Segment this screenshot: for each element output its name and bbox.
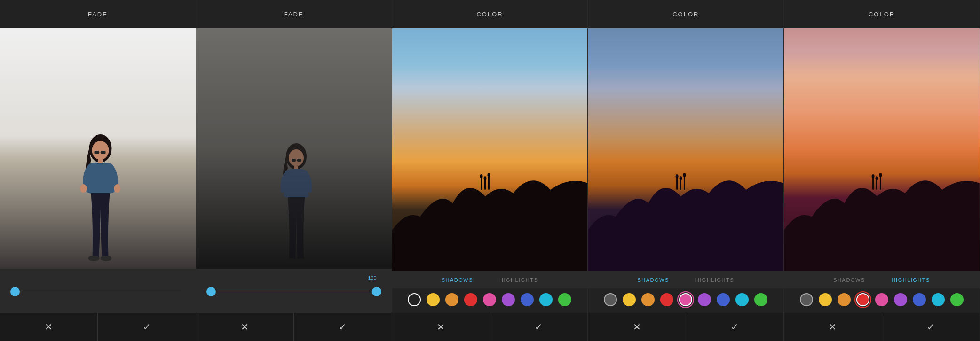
panel-color-1: COLOR SHADOWS HIGHLIGHTS xyxy=(392,0,588,341)
swatch-none-3[interactable] xyxy=(408,293,421,306)
panel-3-swatches xyxy=(392,288,588,313)
svg-point-29 xyxy=(683,173,686,177)
svg-rect-30 xyxy=(872,178,874,190)
photo-background-1 xyxy=(0,28,196,269)
swatch-blue-3[interactable] xyxy=(521,293,534,306)
panel-2-slider-left-thumb[interactable] xyxy=(206,287,216,296)
svg-rect-28 xyxy=(684,176,685,190)
swatch-red-4[interactable] xyxy=(660,293,673,306)
panel-2-slider-value: 100 xyxy=(368,275,376,281)
panel-1-slider-thumb[interactable] xyxy=(10,287,20,296)
panel-1-image xyxy=(0,28,196,269)
panel-2-action-bar: ✕ ✓ xyxy=(196,313,392,341)
panel-1-slider-container[interactable] xyxy=(8,274,188,307)
panel-2-slider-fill xyxy=(211,292,377,292)
panel-5-tab-shadows[interactable]: SHADOWS xyxy=(830,275,869,285)
svg-rect-13 xyxy=(297,159,301,162)
swatch-cyan-5[interactable] xyxy=(932,293,945,306)
svg-point-21 xyxy=(483,176,486,180)
panel-4-swatches xyxy=(588,288,783,313)
panel-2-slider-track xyxy=(211,292,377,292)
svg-point-23 xyxy=(487,173,490,177)
swatch-orange-5[interactable] xyxy=(838,293,851,306)
svg-rect-20 xyxy=(484,180,486,190)
panel-4-tab-highlights[interactable]: HIGHLIGHTS xyxy=(692,275,738,285)
panel-1-cancel-button[interactable]: ✕ xyxy=(0,313,98,341)
svg-rect-24 xyxy=(676,178,678,190)
svg-point-9 xyxy=(100,256,111,261)
panel-4-tab-shadows[interactable]: SHADOWS xyxy=(634,275,673,285)
swatch-pink-4[interactable] xyxy=(679,293,692,306)
panel-3-image xyxy=(392,28,588,271)
swatch-purple-4[interactable] xyxy=(698,293,711,306)
panel-2-slider-container[interactable]: 100 xyxy=(204,274,384,307)
panel-4-action-bar: ✕ ✓ xyxy=(588,313,783,341)
panel-2-image xyxy=(196,28,392,269)
swatch-purple-5[interactable] xyxy=(894,293,907,306)
woman-figure-1 xyxy=(74,131,126,269)
photo-background-2 xyxy=(196,28,392,269)
swatch-orange-4[interactable] xyxy=(641,293,655,306)
panel-4-header: COLOR xyxy=(588,0,783,28)
swatch-blue-5[interactable] xyxy=(913,293,926,306)
swatch-red-5[interactable] xyxy=(856,293,869,306)
panel-3-tab-shadows[interactable]: SHADOWS xyxy=(438,275,477,285)
panel-3-action-bar: ✕ ✓ xyxy=(392,313,588,341)
swatch-yellow-5[interactable] xyxy=(819,293,832,306)
swatch-none-4[interactable] xyxy=(604,293,617,306)
panel-2-slider-right-thumb[interactable] xyxy=(372,287,381,296)
svg-rect-26 xyxy=(680,180,681,190)
woman-figure-2 xyxy=(273,140,320,269)
swatch-none-5[interactable] xyxy=(800,293,813,306)
panel-1-title: FADE xyxy=(88,11,108,18)
swatch-orange-3[interactable] xyxy=(445,293,458,306)
svg-point-11 xyxy=(289,149,304,166)
panel-4-title: COLOR xyxy=(672,11,699,18)
svg-point-1 xyxy=(92,141,109,160)
swatch-blue-4[interactable] xyxy=(717,293,730,306)
svg-point-17 xyxy=(297,258,307,263)
panel-4-confirm-button[interactable]: ✓ xyxy=(686,313,783,341)
svg-point-6 xyxy=(80,184,87,193)
sunset-background-3 xyxy=(784,28,980,271)
panel-3-cancel-button[interactable]: ✕ xyxy=(392,313,490,341)
panel-3-title: COLOR xyxy=(476,11,503,18)
svg-rect-18 xyxy=(481,178,482,190)
swatch-yellow-3[interactable] xyxy=(427,293,440,306)
svg-point-8 xyxy=(88,256,99,261)
panel-4-cancel-button[interactable]: ✕ xyxy=(588,313,686,341)
panel-2-cancel-button[interactable]: ✕ xyxy=(196,313,294,341)
svg-point-27 xyxy=(680,176,682,180)
panel-5-tab-highlights[interactable]: HIGHLIGHTS xyxy=(888,275,934,285)
swatch-red-3[interactable] xyxy=(464,293,477,306)
swatch-pink-3[interactable] xyxy=(483,293,496,306)
svg-rect-12 xyxy=(292,159,296,162)
panel-2-confirm-button[interactable]: ✓ xyxy=(294,313,391,341)
panel-5-image xyxy=(784,28,980,271)
swatch-cyan-4[interactable] xyxy=(735,293,749,306)
swatch-green-5[interactable] xyxy=(950,293,964,306)
swatch-purple-3[interactable] xyxy=(502,293,515,306)
panel-5-tabs: SHADOWS HIGHLIGHTS xyxy=(784,271,980,288)
panel-5-cancel-button[interactable]: ✕ xyxy=(784,313,882,341)
panel-fade-1: FADE xyxy=(0,0,196,341)
swatch-yellow-4[interactable] xyxy=(623,293,636,306)
svg-point-35 xyxy=(879,173,882,177)
panel-1-confirm-button[interactable]: ✓ xyxy=(98,313,195,341)
svg-point-16 xyxy=(285,258,296,263)
svg-rect-32 xyxy=(876,180,877,190)
panel-5-header: COLOR xyxy=(784,0,980,28)
panel-2-controls: 100 xyxy=(196,269,392,313)
panel-5-title: COLOR xyxy=(869,11,895,18)
swatch-green-3[interactable] xyxy=(558,293,571,306)
panel-color-3: COLOR SHADOWS HIGHLIGHTS xyxy=(784,0,980,341)
swatch-pink-5[interactable] xyxy=(875,293,888,306)
panel-4-tabs: SHADOWS HIGHLIGHTS xyxy=(588,271,783,288)
panel-5-confirm-button[interactable]: ✓ xyxy=(882,313,980,341)
panel-fade-2: FADE xyxy=(196,0,392,341)
panel-3-confirm-button[interactable]: ✓ xyxy=(490,313,587,341)
swatch-green-4[interactable] xyxy=(754,293,767,306)
svg-rect-22 xyxy=(488,176,490,190)
swatch-cyan-3[interactable] xyxy=(539,293,553,306)
panel-3-tab-highlights[interactable]: HIGHLIGHTS xyxy=(496,275,542,285)
